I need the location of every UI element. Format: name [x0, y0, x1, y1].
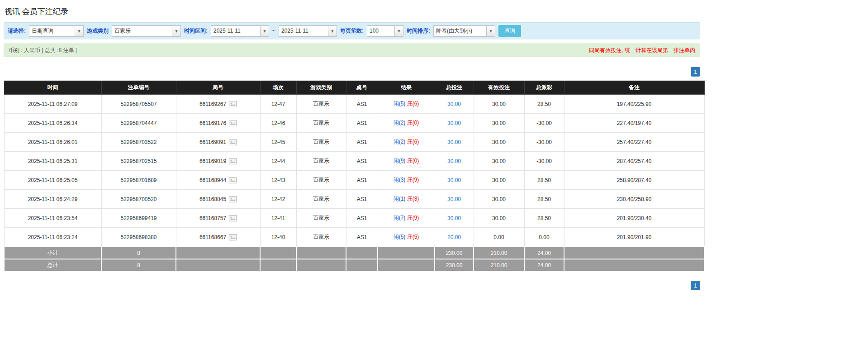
total-bet-link[interactable]: 30.00: [447, 215, 461, 221]
cell-game-type: 百家乐: [296, 95, 346, 114]
cell-bet-id: 522958705507: [101, 95, 176, 114]
total-payout: 24.00: [524, 259, 564, 271]
page-size-input[interactable]: [367, 26, 394, 36]
cell-result: 闲(2) 庄(0): [378, 114, 435, 133]
total-bet-link[interactable]: 20.00: [447, 234, 461, 240]
select-type-input[interactable]: [29, 26, 75, 36]
cell-result: 闲(5) 庄(6): [378, 95, 435, 114]
cell-table-id: AS1: [346, 152, 378, 171]
result-banker: 庄(9): [407, 215, 419, 221]
cell-session: 12-47: [260, 95, 296, 114]
total-bet-link[interactable]: 30.00: [447, 139, 461, 145]
result-image-icon[interactable]: [229, 196, 237, 202]
col-payout: 总派彩: [524, 81, 564, 95]
round-id-text: 661169091: [199, 139, 226, 145]
cell-game-type: 百家乐: [296, 133, 346, 152]
cell-valid-bet: 30.00: [474, 95, 524, 114]
chevron-down-icon[interactable]: ▾: [172, 26, 180, 36]
cell-bet-id: 522958699419: [101, 209, 176, 228]
cell-round-id: 661168944: [176, 171, 260, 190]
cell-round-id: 661169267: [176, 95, 260, 114]
table-row: 2025-11-11 06:23:24 522958698380 6611686…: [4, 228, 704, 247]
date-range-separator: ~: [272, 28, 275, 34]
cell-remark: 197.40/225.90: [564, 95, 704, 114]
result-image-icon[interactable]: [229, 139, 237, 145]
cell-time: 2025-11-11 06:25:05: [4, 171, 101, 190]
cell-result: 闲(1) 庄(3): [378, 190, 435, 209]
subtotal-row: 小计 8 230.00 210.00 24.00: [4, 247, 704, 259]
chevron-down-icon[interactable]: ▾: [75, 26, 83, 36]
date-range-label: 时间区间:: [184, 27, 208, 35]
chevron-down-icon[interactable]: ▾: [394, 26, 403, 36]
cell-valid-bet: 30.00: [474, 114, 524, 133]
cell-session: 12-42: [260, 190, 296, 209]
cell-remark: 258.90/287.40: [564, 171, 704, 190]
cell-valid-bet: 30.00: [474, 152, 524, 171]
total-bet-link[interactable]: 30.00: [447, 101, 461, 107]
cell-table-id: AS1: [346, 133, 378, 152]
chevron-down-icon[interactable]: ▾: [328, 26, 337, 36]
info-bar: 币别 : 人民币 | 总共 :8 注单 | 同局有效投注, 统一计算在该局第一张…: [4, 43, 700, 57]
game-type-input[interactable]: [112, 26, 172, 36]
result-image-icon[interactable]: [229, 234, 237, 240]
cell-game-type: 百家乐: [296, 228, 346, 247]
cell-payout: -30.00: [524, 152, 564, 171]
sort-order-input[interactable]: [434, 26, 486, 36]
cell-round-id: 661169091: [176, 133, 260, 152]
col-total-bet: 总投注: [435, 81, 474, 95]
round-id-text: 661168757: [199, 215, 226, 221]
cell-round-id: 661168667: [176, 228, 260, 247]
cell-result: 闲(9) 庄(0): [378, 152, 435, 171]
records-table: 时间 注单编号 局号 场次 游戏类别 桌号 结果 总投注 有效投注 总派彩 备注…: [4, 81, 705, 272]
page-button-1[interactable]: 1: [691, 67, 700, 77]
cell-game-type: 百家乐: [296, 114, 346, 133]
cell-session: 12-46: [260, 114, 296, 133]
page-size-combo: ▾: [367, 25, 403, 37]
page-container: 视讯 会员下注纪录 请选择: ▾ 游戏类别 ▾ 时间区间: ▾ ~ ▾ 每页笔数…: [0, 0, 704, 307]
date-from-input[interactable]: [211, 26, 260, 36]
currency-summary-text: 币别 : 人民币 | 总共 :8 注单 |: [9, 47, 77, 54]
cell-payout: 28.50: [524, 209, 564, 228]
subtotal-payout: 24.00: [524, 247, 564, 259]
result-player: 闲(2): [394, 139, 406, 145]
total-bet-link[interactable]: 30.00: [447, 158, 461, 164]
total-bet-link[interactable]: 30.00: [447, 196, 461, 202]
date-to-input[interactable]: [279, 26, 328, 36]
cell-payout: -30.00: [524, 114, 564, 133]
result-banker: 庄(5): [407, 234, 419, 240]
total-valid-bet: 210.00: [474, 259, 524, 271]
search-button[interactable]: 查询: [498, 25, 521, 37]
result-image-icon[interactable]: [229, 101, 237, 107]
total-label: 总计: [4, 259, 101, 271]
result-image-icon[interactable]: [229, 215, 237, 221]
chevron-down-icon[interactable]: ▾: [486, 26, 495, 36]
cell-bet-id: 522958703522: [101, 133, 176, 152]
cell-remark: 201.90/230.40: [564, 209, 704, 228]
result-image-icon[interactable]: [229, 158, 237, 164]
result-image-icon[interactable]: [229, 120, 237, 126]
cell-bet-id: 522958701689: [101, 171, 176, 190]
cell-payout: 28.50: [524, 95, 564, 114]
total-row: 总计 8 230.00 210.00 24.00: [4, 259, 704, 271]
cell-total-bet: 30.00: [435, 95, 474, 114]
cell-total-bet: 30.00: [435, 190, 474, 209]
cell-table-id: AS1: [346, 95, 378, 114]
total-bet-link[interactable]: 30.00: [447, 177, 461, 183]
subtotal-label: 小计: [4, 247, 101, 259]
cell-result: 闲(5) 庄(5): [378, 228, 435, 247]
cell-bet-id: 522958700520: [101, 190, 176, 209]
chevron-down-icon[interactable]: ▾: [260, 26, 269, 36]
sort-order-label: 时间排序:: [407, 27, 430, 35]
cell-round-id: 661169019: [176, 152, 260, 171]
result-player: 闲(5): [394, 234, 406, 240]
result-player: 闲(9): [394, 158, 406, 164]
col-round-id: 局号: [176, 81, 260, 95]
round-id-text: 661169267: [199, 101, 226, 107]
total-bet-link[interactable]: 30.00: [447, 120, 461, 126]
result-image-icon[interactable]: [229, 177, 237, 183]
cell-result: 闲(2) 庄(6): [378, 133, 435, 152]
select-type-label: 请选择:: [8, 27, 26, 35]
cell-result: 闲(7) 庄(9): [378, 209, 435, 228]
table-row: 2025-11-11 06:25:31 522958702515 6611690…: [4, 152, 704, 171]
page-button-1[interactable]: 1: [691, 281, 700, 290]
